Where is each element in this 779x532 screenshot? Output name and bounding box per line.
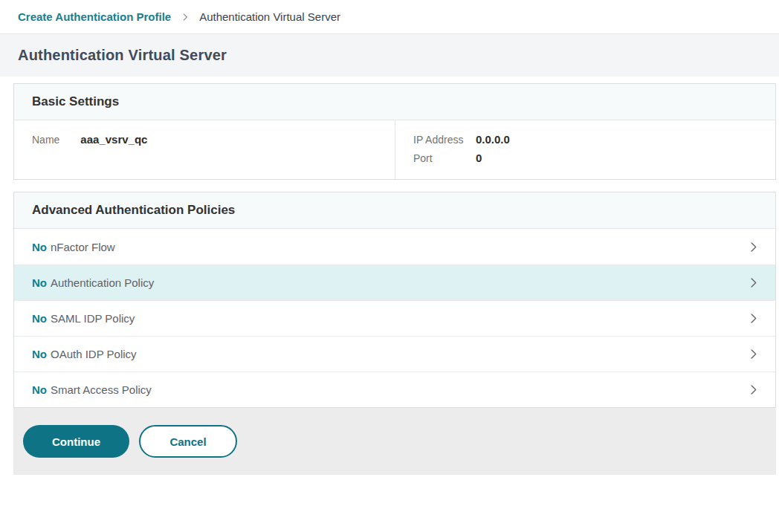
policy-row-saml-idp-policy[interactable]: No SAML IDP Policy	[14, 300, 775, 336]
advanced-policies-header: Advanced Authentication Policies	[14, 192, 775, 229]
footer-action-bar: Continue Cancel	[13, 408, 776, 475]
title-bar: Authentication Virtual Server	[0, 34, 779, 77]
policy-row-smart-access-policy[interactable]: No Smart Access Policy	[14, 372, 775, 407]
ip-address-value: 0.0.0.0	[476, 133, 510, 146]
policy-label: Smart Access Policy	[51, 383, 152, 396]
policy-row-text: No SAML IDP Policy	[32, 312, 746, 325]
policy-count: No	[32, 383, 47, 396]
chevron-right-icon	[746, 347, 760, 361]
main-content: Basic Settings Name aaa_vsrv_qc IP Addre…	[13, 83, 776, 408]
breadcrumb: Create Authentication Profile Authentica…	[0, 0, 779, 34]
chevron-right-icon	[746, 240, 760, 254]
policy-count: No	[32, 276, 47, 289]
policy-label: SAML IDP Policy	[51, 312, 135, 325]
chevron-right-icon	[746, 276, 760, 290]
policy-row-text: No nFactor Flow	[32, 241, 746, 253]
port-value: 0	[476, 152, 482, 164]
policy-label: Authentication Policy	[51, 276, 154, 289]
breadcrumb-current: Authentication Virtual Server	[199, 10, 340, 23]
policy-label: nFactor Flow	[51, 241, 115, 253]
policy-count: No	[32, 348, 47, 360]
policy-row-text: No Smart Access Policy	[32, 383, 746, 396]
basic-settings-panel: Basic Settings Name aaa_vsrv_qc IP Addre…	[13, 83, 776, 180]
chevron-right-icon	[746, 311, 760, 325]
basic-settings-address-column: IP Address 0.0.0.0 Port 0	[395, 120, 775, 179]
port-row: Port 0	[413, 152, 757, 164]
policy-row-oauth-idp-policy[interactable]: No OAuth IDP Policy	[14, 336, 775, 372]
chevron-right-icon	[180, 12, 190, 22]
panel-gap	[13, 180, 776, 192]
chevron-right-icon	[746, 383, 760, 397]
policy-row-authentication-policy[interactable]: No Authentication Policy	[14, 265, 775, 300]
policy-count: No	[32, 312, 47, 325]
ip-address-row: IP Address 0.0.0.0	[413, 133, 757, 146]
continue-button[interactable]: Continue	[23, 425, 129, 458]
policy-label: OAuth IDP Policy	[51, 348, 137, 360]
policy-row-nfactor-flow[interactable]: No nFactor Flow	[14, 229, 775, 265]
basic-settings-header: Basic Settings	[14, 84, 775, 120]
name-label: Name	[32, 134, 59, 146]
page-title: Authentication Virtual Server	[18, 47, 227, 64]
ip-address-label: IP Address	[413, 134, 476, 146]
advanced-policies-panel: Advanced Authentication Policies No nFac…	[13, 192, 776, 408]
name-value: aaa_vsrv_qc	[80, 133, 147, 146]
policy-row-text: No OAuth IDP Policy	[32, 348, 746, 360]
basic-settings-content: Name aaa_vsrv_qc IP Address 0.0.0.0 Port…	[14, 120, 775, 179]
breadcrumb-link-create-authentication-profile[interactable]: Create Authentication Profile	[18, 10, 171, 23]
policy-row-text: No Authentication Policy	[32, 276, 746, 289]
basic-settings-name-column: Name aaa_vsrv_qc	[14, 120, 395, 179]
port-label: Port	[413, 152, 476, 164]
policy-count: No	[32, 241, 47, 253]
cancel-button[interactable]: Cancel	[139, 425, 237, 458]
